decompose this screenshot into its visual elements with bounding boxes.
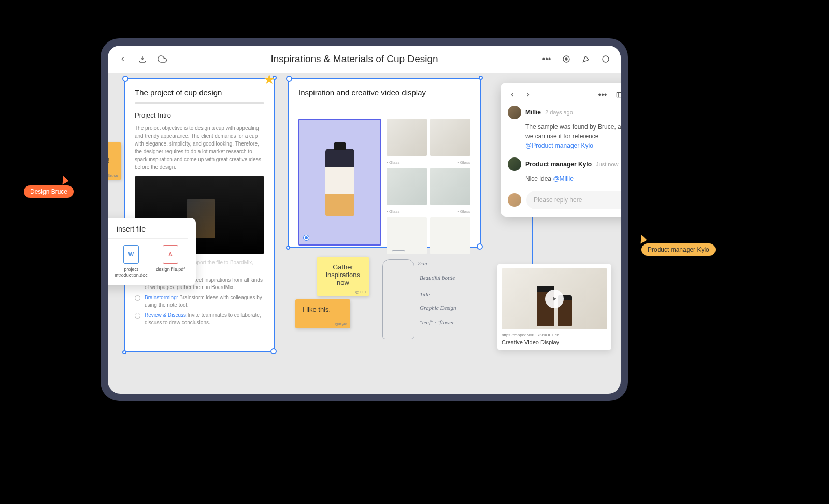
popup-title: insert file <box>108 225 188 239</box>
record-icon[interactable] <box>562 54 571 64</box>
sticky-note[interactable]: Gather inspirations now @lulu <box>317 257 369 296</box>
intro-body: The project objective is to design a cup… <box>135 124 264 171</box>
mention[interactable]: @Product manager Kylo <box>525 142 593 149</box>
topbar: Inspirations & Materials of Cup Design •… <box>108 46 621 73</box>
sticky-text: Gather inspiration! <box>108 149 109 164</box>
thumbnail[interactable] <box>387 119 427 156</box>
comment-author: Millie <box>525 109 541 116</box>
prev-icon[interactable] <box>508 90 517 99</box>
sketch-label: 2cm <box>418 260 427 266</box>
svg-marker-3 <box>553 297 556 301</box>
comment-time: 2 days ago <box>545 109 573 116</box>
app-screen: Inspirations & Materials of Cup Design •… <box>108 46 621 394</box>
sticky-note[interactable]: Gather inspiration! @Design Bruce <box>108 142 121 180</box>
file-option[interactable]: Adesign file.pdf <box>153 245 188 278</box>
cloud-icon[interactable] <box>158 54 167 64</box>
task-item[interactable]: Review & Discuss:Invite teammates to col… <box>135 312 264 326</box>
avatar[interactable] <box>508 193 521 207</box>
sketch-label: "leaf" · "flower" <box>420 319 456 325</box>
download-icon[interactable] <box>138 54 147 64</box>
thumbnail[interactable] <box>387 168 427 205</box>
sketch-label: Title <box>420 291 430 297</box>
user-cursor-kylo: Product manager Kylo <box>641 243 716 256</box>
thumbnail[interactable] <box>430 119 470 156</box>
file-option[interactable]: Wproject introduction.doc <box>114 245 148 278</box>
sticky-note[interactable]: I like this. @Kylo <box>295 299 350 328</box>
comment-icon[interactable] <box>601 54 610 64</box>
sticky-attribution: @lulu <box>355 290 366 294</box>
expand-icon[interactable] <box>614 90 621 99</box>
svg-point-2 <box>603 56 609 62</box>
star-icon: ★ <box>263 71 275 88</box>
thumbnail[interactable] <box>430 168 470 205</box>
intro-heading: Project Intro <box>135 111 264 119</box>
insert-file-popup[interactable]: insert file Puser research.ppt Wproject … <box>108 218 196 285</box>
sticky-attribution: @Design Bruce <box>108 173 118 178</box>
comment-panel[interactable]: ••• Millie 2 days ago ••• The sample was… <box>501 83 621 217</box>
play-icon[interactable] <box>545 290 564 308</box>
sticky-text: Gather inspirations now <box>326 263 360 286</box>
inspiration-card[interactable]: Inspiration and creative video display •… <box>288 78 481 248</box>
card-title: Inspiration and creative video display <box>298 88 470 97</box>
avatar[interactable] <box>508 106 521 119</box>
video-thumbnail[interactable] <box>502 268 607 329</box>
svg-point-1 <box>565 58 567 60</box>
file-option[interactable]: Puser research.ppt <box>108 245 109 278</box>
connector-dot <box>304 235 309 240</box>
selected-image[interactable] <box>298 119 381 246</box>
video-title: Creative Video Display <box>502 339 607 345</box>
page-title: Inspirations & Materials of Cup Design <box>270 53 438 65</box>
back-icon[interactable] <box>118 54 127 64</box>
more-icon[interactable]: ••• <box>542 54 551 64</box>
card-title: The project of cup design <box>135 88 264 97</box>
thumbnail[interactable] <box>387 217 427 254</box>
pdf-icon: A <box>163 245 178 264</box>
sketch-label: Graphic Design <box>420 305 456 311</box>
sticky-attribution: @Kylo <box>335 322 347 326</box>
doc-icon: W <box>123 245 139 264</box>
next-icon[interactable] <box>523 90 533 99</box>
reply-row: Please reply here <box>508 191 621 209</box>
comment-author: Product manager Kylo <box>525 161 592 168</box>
more-icon[interactable]: ••• <box>598 90 607 99</box>
video-card[interactable]: https://mppedNorGRKmOFT.cn Creative Vide… <box>497 264 611 350</box>
task-item[interactable]: Brainstorming: Brainstorm ideas with col… <box>135 294 264 309</box>
thumbnail[interactable] <box>430 217 470 254</box>
sticky-text: I like this. <box>303 306 331 313</box>
project-card[interactable]: The project of cup design Project Intro … <box>124 78 275 352</box>
comment-body: The sample was found by Bruce, and I thi… <box>508 122 621 150</box>
thumbnail-grid: • Glass• Glass • Glass• Glass <box>387 119 470 254</box>
tablet-frame: Inspirations & Materials of Cup Design •… <box>101 38 628 401</box>
reply-input[interactable]: Please reply here <box>526 191 621 209</box>
video-url: https://mppedNorGRKmOFT.cn <box>502 333 607 337</box>
user-cursor-bruce: Design Bruce <box>24 185 74 198</box>
canvas[interactable]: ★ The project of cup design Project Intr… <box>108 73 621 394</box>
party-icon[interactable] <box>581 54 591 64</box>
sketch-label: Beautiful bottle <box>420 275 455 281</box>
comment-item: Millie 2 days ago ••• The sample was fou… <box>508 106 621 150</box>
divider <box>135 102 264 104</box>
comment-time: Just now <box>596 161 618 167</box>
mention[interactable]: @Millie <box>553 175 574 182</box>
avatar[interactable] <box>508 157 521 171</box>
bottle-sketch <box>382 259 414 339</box>
sketch-area: 2cm Beautiful bottle Title Graphic Desig… <box>377 259 481 355</box>
comment-item: Product manager Kylo Just now ••• Nice i… <box>508 157 621 183</box>
comment-body: Nice idea @Millie ☺ <box>508 174 621 183</box>
